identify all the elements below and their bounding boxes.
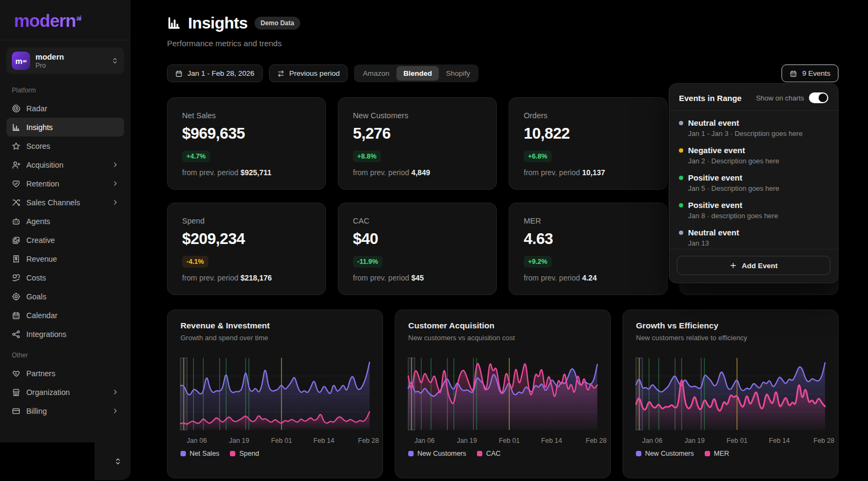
show-on-charts-label: Show on charts [756, 94, 804, 102]
chart-card-growth-vs-efficiency: Growth vs EfficiencyNew customers relati… [623, 310, 838, 478]
svg-text:Jan 19: Jan 19 [457, 437, 477, 444]
workspace-selector[interactable]: mai modern Pro [6, 47, 124, 74]
sidebar-item-acquisition[interactable]: Acquisition [6, 155, 124, 174]
sidebar-item-scores[interactable]: Scores [6, 137, 124, 155]
sidebar-item-costs[interactable]: Costs [6, 268, 124, 287]
kpi-card-new-customers: New Customers5,276+8.8%from prev. period… [338, 97, 497, 190]
event-item-neutral[interactable]: Neutral eventJan 13 [679, 228, 828, 247]
sidebar-item-sales-channels[interactable]: Sales Channels [6, 193, 124, 212]
svg-text:Jan 06: Jan 06 [415, 437, 435, 444]
event-dot-positive [679, 176, 683, 180]
segment-blended[interactable]: Blended [396, 66, 439, 81]
segment-amazon[interactable]: Amazon [356, 66, 396, 81]
date-range-button[interactable]: Jan 1 - Feb 28, 2026 [167, 64, 263, 82]
events-list[interactable]: Neutral eventJan 1 - Jan 3 · Description… [669, 111, 838, 249]
svg-text:Feb 01: Feb 01 [271, 437, 292, 444]
event-dot-neutral [679, 121, 683, 125]
svg-text:Jan 19: Jan 19 [229, 437, 249, 444]
share-icon [12, 330, 20, 339]
chart-legend: New CustomersMER [636, 449, 825, 457]
sidebar-item-revenue[interactable]: Revenue [6, 249, 124, 268]
event-title: Positive event [688, 173, 742, 182]
event-item-negative[interactable]: Negative eventJan 2 · Description goes h… [679, 146, 828, 165]
sidebar-item-insights[interactable]: Insights [6, 118, 124, 137]
bar-chart-icon [167, 16, 181, 30]
events-panel: Events in Range Show on charts Neutral e… [669, 83, 838, 283]
sidebar-item-label: Organization [26, 388, 70, 397]
kpi-previous-period: from prev. period 4.24 [524, 274, 653, 282]
event-item-neutral[interactable]: Neutral eventJan 1 - Jan 3 · Description… [679, 118, 828, 138]
sidebar-item-retention[interactable]: Retention [6, 174, 124, 193]
legend-item-new-customers: New Customers [408, 449, 466, 457]
kpi-change-badge: +8.8% [353, 150, 381, 162]
goal-icon [12, 292, 20, 301]
brand-logo: modernai [0, 0, 131, 40]
kpi-change-badge: -11.9% [353, 256, 382, 268]
coins-icon [12, 274, 20, 282]
chart-card-customer-acquisition: Customer AcquisitionNew customers vs acq… [395, 310, 611, 478]
show-on-charts-toggle[interactable] [809, 92, 828, 103]
sidebar-item-radar[interactable]: Radar [6, 99, 124, 118]
legend-item-new-customers: New Customers [636, 449, 694, 457]
sidebar-item-calendar[interactable]: Calendar [6, 306, 124, 325]
demo-data-badge: Demo Data [255, 17, 300, 30]
sidebar-item-integrations[interactable]: Integrations [6, 325, 124, 343]
legend-swatch [180, 451, 186, 456]
kpi-card-net-sales: Net Sales$969,635+4.7%from prev. period … [167, 97, 326, 190]
radar-icon [12, 104, 20, 113]
sidebar-item-goals[interactable]: Goals [6, 287, 124, 306]
kpi-card-spend: Spend$209,234-4.1%from prev. period $218… [167, 203, 326, 295]
kpi-value: 10,822 [524, 125, 653, 142]
compare-period-button[interactable]: Previous period [269, 64, 348, 82]
workspace-meta: modern Pro [35, 53, 106, 69]
line-chart: Jan 06Jan 19Feb 01Feb 14Feb 28 [408, 358, 597, 448]
sidebar-item-label: Insights [26, 123, 53, 132]
bot-icon [12, 217, 20, 226]
svg-text:Feb 01: Feb 01 [499, 437, 520, 444]
sidebar-divider [0, 40, 131, 40]
kpi-label: Net Sales [182, 111, 311, 120]
svg-text:Jan 06: Jan 06 [642, 437, 663, 444]
split-icon [12, 198, 20, 207]
channel-segmented-control: AmazonBlendedShopify [354, 64, 479, 82]
app-root: modernai mai modern Pro PlatformRadarIns… [0, 0, 868, 481]
legend-swatch [477, 451, 482, 456]
legend-swatch [705, 451, 710, 456]
user-plus-icon [12, 161, 20, 169]
chart-legend: Net SalesSpend [180, 449, 370, 457]
insights-icon [12, 123, 20, 132]
page-header: Insights Demo Data [167, 14, 838, 32]
workspace-avatar-sup: ai [23, 59, 27, 63]
chevron-right-icon [112, 199, 119, 206]
kpi-card-cac: CAC$40-11.9%from prev. period $45 [338, 203, 497, 295]
svg-text:Feb 01: Feb 01 [727, 437, 748, 444]
events-button[interactable]: 9 Events [782, 64, 838, 82]
sidebar-item-label: Calendar [26, 311, 57, 320]
add-event-button[interactable]: Add Event [677, 256, 830, 275]
event-item-positive[interactable]: Positive eventJan 8 · description goes h… [679, 200, 828, 220]
svg-text:Jan 19: Jan 19 [684, 437, 705, 444]
calendar-icon [790, 70, 797, 77]
sidebar-item-creative[interactable]: Creative [6, 231, 124, 249]
chart-title: Growth vs Efficiency [636, 321, 825, 331]
sidebar-item-partners[interactable]: Partners [6, 364, 124, 383]
sidebar-item-label: Sales Channels [26, 198, 80, 207]
sidebar-collapse-button[interactable] [114, 457, 122, 467]
sidebar-item-label: Billing [26, 407, 47, 415]
workspace-plan: Pro [35, 62, 106, 69]
sidebar-item-organization[interactable]: Organization [6, 383, 124, 401]
segment-shopify[interactable]: Shopify [439, 66, 477, 81]
sidebar-item-billing[interactable]: Billing [6, 401, 124, 420]
sidebar-item-label: Goals [26, 292, 46, 301]
event-dot-neutral [679, 231, 683, 235]
event-meta: Jan 1 - Jan 3 · Description goes here [688, 130, 828, 138]
kpi-value: $209,234 [182, 230, 311, 248]
kpi-change-badge: +9.2% [524, 256, 552, 268]
event-item-positive[interactable]: Positive eventJan 5 · Description goes h… [679, 173, 828, 192]
kpi-change-badge: +6.8% [524, 150, 552, 162]
workspace-avatar-letter: m [15, 56, 22, 66]
events-button-label: 9 Events [802, 69, 830, 77]
sidebar-item-agents[interactable]: Agents [6, 212, 124, 231]
star-icon [12, 142, 20, 150]
kpi-label: Spend [182, 217, 311, 225]
